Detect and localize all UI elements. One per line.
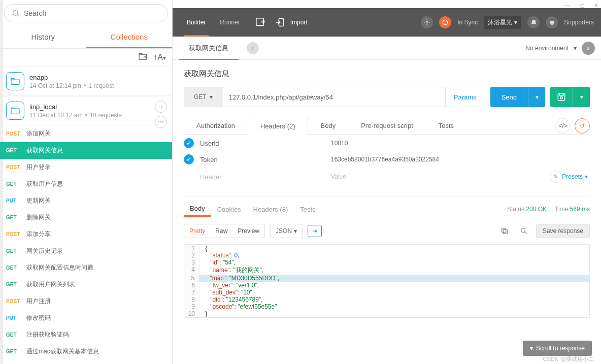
header-row-empty[interactable]: Header Value ✎ Presets▾	[184, 168, 590, 186]
reset-icon[interactable]: ↺	[575, 118, 590, 134]
request-name: 获取用户信息	[26, 180, 63, 188]
view-raw[interactable]: Raw	[210, 224, 232, 238]
search-input[interactable]	[24, 9, 160, 17]
add-tab-button[interactable]: +	[247, 42, 259, 54]
tab-tests[interactable]: Tests	[426, 116, 466, 135]
format-select[interactable]: JSON▾	[270, 224, 303, 238]
collection-enapp[interactable]: enapp 14 Oct at 12:14 pm•1 request	[0, 67, 172, 96]
resp-tab-tests[interactable]: Tests	[294, 203, 321, 216]
search-box[interactable]	[4, 4, 168, 22]
json-viewer[interactable]: 1 {2 "status": 0,3 "id": "54",4 "name": …	[184, 244, 590, 318]
copy-icon[interactable]	[497, 224, 512, 238]
wrap-lines-icon[interactable]: ⇥	[308, 225, 322, 237]
save-dropdown[interactable]: ▾	[573, 87, 590, 107]
method-label: POST	[6, 231, 26, 237]
request-row[interactable]: GET删除网关	[0, 209, 172, 226]
view-pretty[interactable]: Pretty	[184, 224, 210, 238]
close-icon[interactable]: ×	[594, 2, 598, 9]
request-row[interactable]: GET获取网关信息	[0, 142, 172, 159]
svg-line-18	[525, 232, 527, 234]
code-icon[interactable]: </>	[555, 118, 571, 134]
presets-button[interactable]: Presets▾	[562, 173, 590, 180]
maximize-icon[interactable]: □	[581, 2, 584, 9]
tab-collections[interactable]: Collections	[86, 26, 173, 48]
request-row[interactable]: POST用户登录	[0, 159, 172, 176]
folder-icon	[6, 72, 24, 90]
send-dropdown[interactable]: ▾	[528, 87, 545, 107]
request-row[interactable]: GET获取用户网关列表	[0, 276, 172, 293]
send-button[interactable]: Send	[490, 87, 528, 107]
add-folder-icon[interactable]	[138, 53, 148, 62]
header-row[interactable]: ✓ Userid 10010	[184, 135, 590, 151]
user-chip[interactable]: 沐浴星光▾	[484, 16, 521, 29]
tab-runner[interactable]: Runner	[213, 8, 247, 37]
folder-icon	[6, 102, 24, 120]
collection-linp-local[interactable]: linp_local 11 Dec at 10:12 am•18 request…	[0, 96, 172, 125]
edit-icon[interactable]: ✎	[550, 171, 562, 183]
left-panel: History Collections ↑A▾ enapp 14 Oct at …	[0, 0, 173, 364]
heart-icon[interactable]	[546, 16, 558, 28]
supporters-label[interactable]: Supporters	[564, 19, 594, 26]
interceptor-icon[interactable]	[421, 16, 433, 28]
search-response-icon[interactable]	[517, 224, 531, 238]
method-label: GET	[6, 265, 26, 271]
request-row[interactable]: POST用户注册	[0, 293, 172, 310]
resp-tab-cookies[interactable]: Cookies	[211, 203, 247, 216]
request-row[interactable]: GET通过mac获取网关基本信息	[0, 343, 172, 357]
import-label[interactable]: Import	[292, 15, 306, 29]
top-toolbar: Builder Runner Import In Sync 沐浴星光▾ Supp…	[173, 8, 601, 37]
import-icon[interactable]	[273, 15, 287, 29]
request-tab-bar: 获取网关信息 + No environment ▾ x	[173, 37, 601, 60]
tab-authorization[interactable]: Authorization	[184, 116, 248, 135]
header-row[interactable]: ✓ Token 163ceb58001b3776ea4a9350a3022584	[184, 151, 590, 168]
tab-prerequest[interactable]: Pre-request script	[348, 116, 426, 135]
request-row[interactable]: POST添加分享	[0, 226, 172, 243]
save-response-button[interactable]: Save response	[536, 224, 590, 238]
notifications-icon[interactable]	[527, 16, 540, 28]
chevron-down-icon: ▾	[585, 173, 588, 180]
request-row[interactable]: POST添加网关	[0, 125, 172, 142]
headers-table: ✓ Userid 10010 ✓ Token 163ceb58001b3776e…	[184, 135, 590, 186]
method-label: POST	[6, 299, 26, 304]
environment-variables-icon[interactable]: x	[582, 42, 595, 55]
method-label: POST	[6, 131, 26, 137]
more-icon[interactable]: ⋯	[155, 116, 167, 128]
request-row[interactable]: GET获取网关配置信息时间戳	[0, 259, 172, 276]
chevron-down-icon: ▾	[210, 93, 213, 101]
tab-history[interactable]: History	[0, 26, 86, 48]
request-row[interactable]: GET获取用户信息	[0, 176, 172, 192]
check-icon[interactable]: ✓	[184, 154, 194, 164]
request-row[interactable]: GET注册获取验证码	[0, 326, 172, 343]
method-select[interactable]: GET▾	[184, 87, 223, 107]
sync-icon[interactable]	[439, 16, 451, 28]
save-button[interactable]	[550, 87, 573, 107]
view-preview[interactable]: Preview	[232, 224, 264, 238]
scroll-to-response-button[interactable]: ▾ Scroll to response	[523, 341, 592, 356]
url-input[interactable]	[223, 87, 446, 107]
share-icon[interactable]: →	[155, 101, 167, 113]
sort-icon[interactable]: ↑A▾	[153, 53, 166, 62]
minimize-icon[interactable]: —	[564, 2, 571, 9]
resp-tab-body[interactable]: Body	[184, 202, 211, 217]
request-builder: 获取网关信息 GET▾ Params Send ▾ ▾ Authorizatio…	[173, 60, 601, 318]
check-icon[interactable]: ✓	[184, 138, 194, 148]
method-label: POST	[6, 164, 26, 170]
request-row[interactable]: PUT更新网关	[0, 192, 172, 209]
tab-headers[interactable]: Headers (2)	[248, 117, 308, 136]
tab-builder[interactable]: Builder	[180, 8, 213, 37]
request-row[interactable]: PUT修改密码	[0, 310, 172, 326]
new-tab-icon[interactable]	[253, 15, 268, 29]
sync-status: In Sync	[457, 19, 478, 26]
params-button[interactable]: Params	[446, 87, 485, 107]
chevron-down-icon[interactable]: ▾	[574, 45, 577, 52]
method-label: GET	[6, 282, 26, 287]
request-row[interactable]: GET网关历史记录	[0, 243, 172, 259]
environment-select[interactable]: No environment	[525, 45, 569, 52]
request-tab[interactable]: 获取网关信息	[179, 37, 239, 60]
method-label: GET	[6, 248, 26, 254]
tab-body[interactable]: Body	[308, 116, 349, 135]
svg-point-13	[560, 96, 563, 99]
method-label: PUT	[6, 198, 26, 204]
resp-tab-headers[interactable]: Headers (8)	[247, 203, 294, 216]
request-name: 添加网关	[26, 129, 51, 138]
